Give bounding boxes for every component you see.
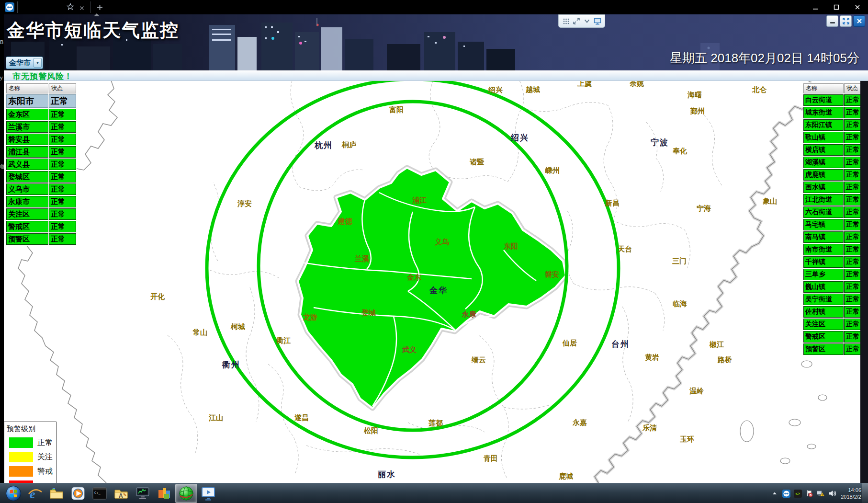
table-row[interactable]: 南市街道正常: [803, 244, 867, 255]
row-name[interactable]: 金东区: [6, 109, 48, 120]
row-name[interactable]: 南马镇: [803, 231, 844, 243]
player-taskbar-button[interactable]: [198, 484, 219, 503]
app-minimize-button[interactable]: [826, 15, 838, 27]
table-row[interactable]: 关注区正常: [6, 208, 76, 220]
nvidia-icon[interactable]: [793, 489, 802, 498]
row-name[interactable]: 关注区: [803, 319, 844, 330]
taskbar-clock[interactable]: 14:06 2018/2/2: [841, 487, 861, 500]
table-row[interactable]: 画水镇正常: [803, 182, 867, 193]
row-name[interactable]: 巍山镇: [803, 281, 844, 293]
row-name[interactable]: 关注区: [6, 208, 48, 220]
table-row[interactable]: 白云街道正常: [803, 94, 867, 106]
region-dropdown[interactable]: 金华市 ▾: [6, 57, 43, 69]
table-row[interactable]: 虎鹿镇正常: [803, 169, 867, 181]
row-name[interactable]: 东阳江镇: [803, 119, 844, 131]
ie-taskbar-button[interactable]: e: [24, 484, 45, 503]
row-name[interactable]: 兰溪市: [6, 121, 48, 133]
table-row[interactable]: 金东区正常: [6, 109, 76, 120]
volume-icon[interactable]: [827, 489, 837, 498]
table-row[interactable]: 江北街道正常: [803, 194, 867, 206]
favorite-star-icon[interactable]: [65, 1, 76, 12]
table-row[interactable]: 湖溪镇正常: [803, 157, 867, 168]
row-name[interactable]: 白云街道: [803, 94, 844, 106]
column-header-name[interactable]: 名称: [803, 83, 844, 93]
table-row[interactable]: 预警区正常: [6, 233, 76, 245]
session-tab[interactable]: [0, 0, 105, 14]
table-row[interactable]: 预警区正常: [803, 343, 867, 355]
table-row[interactable]: 三单乡正常: [803, 269, 867, 280]
table-row[interactable]: 兰溪市正常: [6, 121, 76, 133]
table-row[interactable]: 浦江县正常: [6, 146, 76, 158]
monitor-app-taskbar-button[interactable]: [132, 484, 153, 503]
table-row[interactable]: 吴宁街道正常: [803, 294, 867, 305]
maximize-button[interactable]: [826, 0, 847, 14]
row-name[interactable]: 南市街道: [803, 244, 844, 255]
action-center-icon[interactable]: [804, 489, 814, 498]
table-row[interactable]: 巍山镇正常: [803, 281, 867, 293]
row-name[interactable]: 佐村镇: [803, 306, 844, 318]
fullscreen-button[interactable]: [840, 15, 852, 27]
new-tab-icon[interactable]: [94, 1, 105, 13]
row-name[interactable]: 横店镇: [803, 144, 844, 156]
weather-map[interactable]: 绍兴越城上虞余姚海曙北仑鄞州富阳桐庐淳安建德诸暨嵊州新昌奉化宁海象山三门天台临海…: [4, 80, 860, 483]
table-row[interactable]: 佐村镇正常: [803, 306, 867, 318]
explorer-taskbar-button[interactable]: [46, 484, 67, 503]
show-desktop-button[interactable]: [862, 483, 868, 503]
grid-icon[interactable]: [562, 17, 570, 25]
table-row[interactable]: 警戒区正常: [803, 331, 867, 343]
table-row[interactable]: 磐安县正常: [6, 134, 76, 145]
row-name[interactable]: 永康市: [6, 196, 48, 207]
row-name[interactable]: 六石街道: [803, 206, 844, 218]
table-row[interactable]: 歌山镇正常: [803, 132, 867, 143]
row-name[interactable]: 歌山镇: [803, 132, 844, 143]
row-name[interactable]: 磐安县: [6, 134, 48, 145]
app-close-button[interactable]: [853, 15, 865, 27]
row-name[interactable]: 吴宁街道: [803, 294, 844, 305]
chevron-down-icon[interactable]: ▾: [34, 58, 42, 68]
close-tab-icon[interactable]: [76, 2, 88, 14]
row-name[interactable]: 画水镇: [803, 182, 844, 193]
row-name[interactable]: 警戒区: [803, 331, 844, 343]
table-row[interactable]: 警戒区正常: [6, 221, 76, 232]
table-row[interactable]: 永康市正常: [6, 196, 76, 207]
chevron-down-icon[interactable]: [583, 17, 591, 25]
table-row[interactable]: 关注区正常: [803, 319, 867, 330]
row-name[interactable]: 虎鹿镇: [803, 169, 844, 181]
close-button[interactable]: [847, 0, 868, 14]
column-header-name[interactable]: 名称: [6, 83, 48, 93]
project-folder-taskbar-button[interactable]: A: [111, 484, 132, 503]
table-row[interactable]: 千祥镇正常: [803, 256, 867, 268]
teamviewer-icon[interactable]: [781, 489, 791, 498]
table-row[interactable]: 义乌市正常: [6, 183, 76, 195]
row-name[interactable]: 武义县: [6, 159, 48, 170]
cmd-taskbar-button[interactable]: C:_: [89, 484, 110, 503]
row-name[interactable]: 城东街道: [803, 107, 844, 118]
office-taskbar-button[interactable]: [154, 484, 175, 503]
row-name[interactable]: 千祥镇: [803, 256, 844, 268]
table-row[interactable]: 东阳江镇正常: [803, 119, 867, 131]
table-row[interactable]: 六石街道正常: [803, 206, 867, 218]
row-name[interactable]: 婺城区: [6, 171, 48, 183]
resize-icon[interactable]: [572, 17, 581, 25]
row-name[interactable]: 警戒区: [6, 221, 48, 232]
wmp-taskbar-button[interactable]: [68, 484, 89, 503]
row-name[interactable]: 预警区: [6, 233, 48, 245]
row-name[interactable]: 马宅镇: [803, 219, 844, 230]
weather-monitor-taskbar-button[interactable]: [175, 484, 197, 503]
row-name[interactable]: 江北街道: [803, 194, 844, 206]
tray-expand-icon[interactable]: [770, 489, 779, 498]
start-button[interactable]: [3, 484, 24, 503]
table-row[interactable]: 马宅镇正常: [803, 219, 867, 230]
network-warning-icon[interactable]: [816, 489, 825, 498]
table-row[interactable]: 南马镇正常: [803, 231, 867, 243]
row-name[interactable]: 浦江县: [6, 146, 48, 158]
row-name[interactable]: 预警区: [803, 343, 844, 355]
table-row[interactable]: 东阳市正常: [6, 94, 76, 108]
table-row[interactable]: 城东街道正常: [803, 107, 867, 118]
column-header-status[interactable]: 状态: [49, 83, 76, 93]
monitor-icon[interactable]: [593, 17, 602, 25]
table-row[interactable]: 横店镇正常: [803, 144, 867, 156]
row-name[interactable]: 东阳市: [6, 94, 48, 108]
table-row[interactable]: 婺城区正常: [6, 171, 76, 183]
row-name[interactable]: 湖溪镇: [803, 157, 844, 168]
